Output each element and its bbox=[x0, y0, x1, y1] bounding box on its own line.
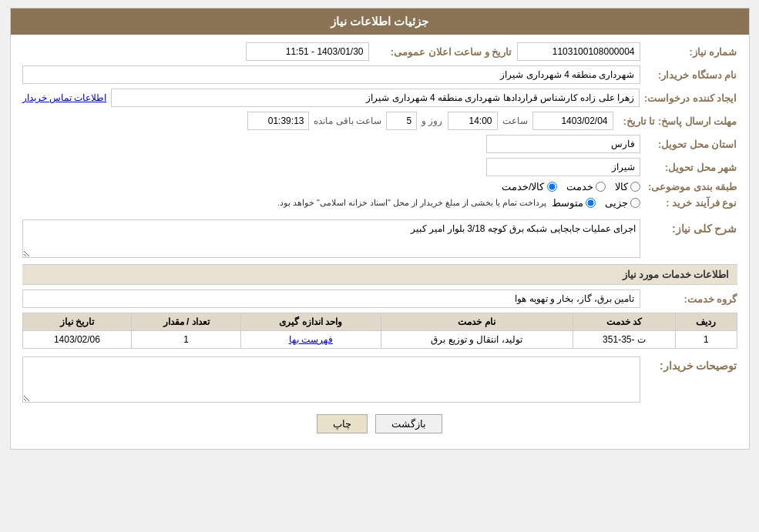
city-input[interactable] bbox=[486, 158, 640, 176]
deadline-row: مهلت ارسال پاسخ: تا تاریخ: ساعت روز و سا… bbox=[22, 112, 737, 130]
page-header: جزئیات اطلاعات نیاز bbox=[11, 8, 749, 35]
category-option-service[interactable]: خدمت bbox=[566, 181, 606, 192]
purchase-radio-small[interactable] bbox=[630, 198, 640, 208]
deadline-time-input[interactable] bbox=[448, 112, 498, 130]
purchase-type-label: نوع فرآیند خرید : bbox=[645, 197, 737, 209]
buyer-org-label: نام دستگاه خریدار: bbox=[645, 69, 737, 81]
service-group-input[interactable] bbox=[22, 289, 640, 308]
table-row: 1ت -35-351تولید، انتقال و توزیع برقفهرست… bbox=[22, 331, 737, 349]
service-table-header: ردیف کد خدمت نام خدمت واحد اندازه گیری ت… bbox=[22, 313, 737, 331]
city-row: شهر محل تحویل: bbox=[22, 158, 737, 176]
category-row: طبقه بندی موضوعی: کالا خدمت کالا/خدمت bbox=[22, 181, 737, 192]
table-cell: ت -35-351 bbox=[573, 331, 676, 349]
creator-input[interactable] bbox=[111, 89, 640, 107]
need-number-input[interactable] bbox=[517, 42, 640, 61]
table-cell: 1403/02/06 bbox=[22, 331, 132, 349]
purchase-option-medium[interactable]: متوسط bbox=[552, 197, 596, 209]
need-desc-textarea[interactable] bbox=[22, 219, 640, 258]
purchase-type-row: نوع فرآیند خرید : جزیی متوسط پرداخت تمام… bbox=[22, 197, 737, 209]
creator-label: ایجاد کننده درخواست: bbox=[644, 92, 737, 104]
page-title: جزئیات اطلاعات نیاز bbox=[331, 15, 428, 28]
buyer-notes-label: توصیحات خریدار: bbox=[645, 356, 737, 372]
category-radio-goods[interactable] bbox=[630, 182, 640, 192]
need-desc-row: شرح کلی نیاز: bbox=[22, 219, 737, 258]
creator-row: ایجاد کننده درخواست: اطلاعات تماس خریدار bbox=[22, 89, 737, 107]
purchase-type-radio-group: جزیی متوسط bbox=[552, 197, 640, 209]
deadline-time-label: ساعت bbox=[502, 115, 528, 126]
print-button[interactable]: چاپ bbox=[317, 414, 368, 433]
category-option-both[interactable]: کالا/خدمت bbox=[502, 181, 557, 192]
category-radio-both[interactable] bbox=[547, 182, 557, 192]
table-cell: تولید، انتقال و توزیع برق bbox=[381, 331, 573, 349]
need-number-label: شماره نیاز: bbox=[645, 46, 737, 58]
deadline-label: مهلت ارسال پاسخ: تا تاریخ: bbox=[618, 115, 737, 127]
col-service-name: نام خدمت bbox=[381, 313, 573, 331]
service-group-label: گروه خدمت: bbox=[645, 293, 737, 305]
col-unit: واحد اندازه گیری bbox=[241, 313, 381, 331]
table-cell: 1 bbox=[132, 331, 241, 349]
purchase-option-small[interactable]: جزیی bbox=[605, 197, 640, 209]
category-label-both: کالا/خدمت bbox=[502, 181, 545, 192]
col-service-code: کد خدمت bbox=[573, 313, 676, 331]
deadline-day-label: روز و bbox=[421, 115, 442, 126]
unit-link[interactable]: فهرست بها bbox=[289, 334, 333, 345]
province-input[interactable] bbox=[486, 135, 640, 153]
col-row-num: ردیف bbox=[676, 313, 737, 331]
page-container: جزئیات اطلاعات نیاز شماره نیاز: تاریخ و … bbox=[10, 8, 750, 450]
purchase-label-small: جزیی bbox=[605, 197, 628, 209]
services-section-title: اطلاعات خدمات مورد نیاز bbox=[22, 264, 737, 285]
city-label: شهر محل تحویل: bbox=[645, 162, 737, 173]
col-need-date: تاریخ نیاز bbox=[22, 313, 132, 331]
buyer-notes-textarea[interactable] bbox=[22, 356, 640, 403]
category-label: طبقه بندی موضوعی: bbox=[645, 181, 737, 192]
buyer-org-row: نام دستگاه خریدار: bbox=[22, 65, 737, 84]
need-number-row: شماره نیاز: تاریخ و ساعت اعلان عمومی: bbox=[22, 42, 737, 61]
category-radio-service[interactable] bbox=[596, 182, 606, 192]
purchase-radio-medium[interactable] bbox=[586, 198, 596, 208]
creator-contact-link[interactable]: اطلاعات تماس خریدار bbox=[22, 92, 107, 103]
need-desc-label: شرح کلی نیاز: bbox=[645, 219, 737, 235]
category-radio-group: کالا خدمت کالا/خدمت bbox=[502, 181, 640, 192]
button-row: بازگشت چاپ bbox=[22, 414, 737, 433]
deadline-days-input[interactable] bbox=[386, 112, 417, 130]
back-button[interactable]: بازگشت bbox=[375, 414, 442, 433]
service-table: ردیف کد خدمت نام خدمت واحد اندازه گیری ت… bbox=[22, 313, 737, 349]
buyer-notes-row: توصیحات خریدار: bbox=[22, 356, 737, 403]
deadline-remaining-label: ساعت باقی مانده bbox=[314, 115, 381, 126]
deadline-remaining-input[interactable] bbox=[247, 112, 309, 130]
date-time-input[interactable] bbox=[246, 42, 369, 61]
buyer-org-input[interactable] bbox=[22, 65, 640, 84]
col-quantity: تعداد / مقدار bbox=[132, 313, 241, 331]
deadline-date-input[interactable] bbox=[532, 112, 613, 130]
province-label: استان محل تحویل: bbox=[645, 139, 737, 150]
date-time-label: تاریخ و ساعت اعلان عمومی: bbox=[374, 46, 512, 58]
province-row: استان محل تحویل: bbox=[22, 135, 737, 153]
category-label-goods: کالا bbox=[615, 181, 628, 192]
service-group-row: گروه خدمت: bbox=[22, 289, 737, 308]
category-label-service: خدمت bbox=[566, 181, 593, 192]
category-option-goods[interactable]: کالا bbox=[615, 181, 640, 192]
purchase-label-medium: متوسط bbox=[552, 197, 583, 209]
table-cell: فهرست بها bbox=[241, 331, 381, 349]
purchase-notice: پرداخت تمام یا بخشی از مبلغ خریدار از مح… bbox=[22, 198, 547, 208]
table-cell: 1 bbox=[676, 331, 737, 349]
content-area: شماره نیاز: تاریخ و ساعت اعلان عمومی: نا… bbox=[11, 35, 749, 449]
